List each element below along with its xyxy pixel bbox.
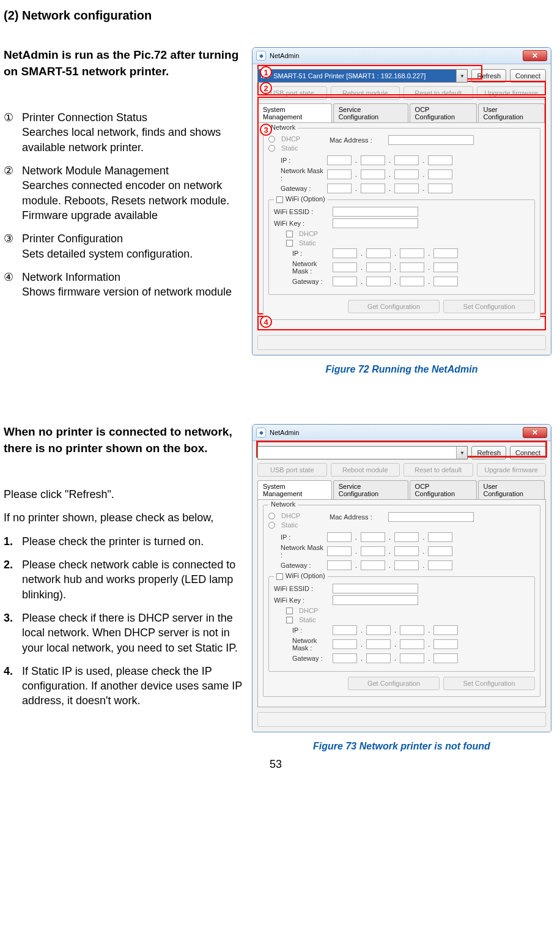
item-num: 2. bbox=[4, 557, 13, 572]
wifi-label: WiFi (Option) bbox=[286, 572, 325, 579]
wifi-checkbox[interactable] bbox=[276, 196, 283, 203]
item-desc: Shows firmware version of network module bbox=[22, 284, 242, 299]
tab-system-management[interactable]: System Management bbox=[257, 480, 332, 499]
window-title: NetAdmin bbox=[270, 429, 299, 436]
wifi-gw-label: Gateway : bbox=[274, 655, 329, 662]
get-configuration-button[interactable]: Get Configuration bbox=[348, 677, 440, 690]
block-2: When no printer is connected to network,… bbox=[4, 424, 548, 752]
figure-caption-73: Figure 73 Network printer is not found bbox=[313, 741, 490, 752]
item-num: 1. bbox=[4, 534, 13, 549]
mask-label: Network Mask : bbox=[268, 167, 323, 182]
item-desc: Please check if there is DHCP server in … bbox=[22, 612, 238, 654]
item-title: Network Module Management bbox=[22, 163, 242, 178]
wifi-ip-label: IP : bbox=[274, 626, 329, 634]
annotation-box-2 bbox=[257, 81, 546, 95]
wifi-essid-input[interactable] bbox=[333, 584, 418, 593]
app-icon: ◆ bbox=[256, 51, 266, 61]
wifi-mask-input[interactable]: ... bbox=[333, 262, 458, 272]
wifi-essid-label: WiFi ESSID : bbox=[274, 208, 329, 215]
wifi-key-label: WiFi Key : bbox=[274, 597, 329, 604]
numbered-list: 1. Please check the printer is turned on… bbox=[4, 534, 242, 708]
wifi-group: WiFi (Option) WiFi ESSID : WiFi Key : DH… bbox=[268, 199, 535, 295]
dhcp-radio[interactable] bbox=[268, 513, 275, 519]
set-configuration-button[interactable]: Set Configuration bbox=[443, 300, 535, 313]
wifi-gw-label: Gateway : bbox=[274, 278, 329, 285]
set-configuration-button[interactable]: Set Configuration bbox=[443, 677, 535, 690]
gw-label: Gateway : bbox=[268, 185, 323, 192]
mask-input[interactable]: ... bbox=[327, 546, 452, 556]
printer-select[interactable]: ▼ bbox=[257, 446, 468, 459]
reset-default-button[interactable]: Reset to default bbox=[403, 463, 473, 477]
wifi-dhcp-checkbox[interactable] bbox=[286, 231, 293, 237]
close-button[interactable]: ✕ bbox=[523, 427, 547, 438]
chevron-down-icon[interactable]: ▼ bbox=[456, 447, 467, 459]
get-configuration-button[interactable]: Get Configuration bbox=[348, 300, 440, 313]
item-desc: Sets detailed system configuration. bbox=[22, 247, 242, 261]
dhcp-label: DHCP bbox=[281, 512, 300, 519]
dhcp-radio[interactable] bbox=[268, 136, 275, 143]
wifi-gw-input[interactable]: ... bbox=[333, 653, 458, 663]
dhcp-label: DHCP bbox=[281, 135, 300, 143]
wifi-essid-input[interactable] bbox=[333, 207, 418, 217]
tab-service-configuration[interactable]: Service Configuration bbox=[333, 480, 408, 499]
upgrade-firmware-button[interactable]: Upgrade firmware bbox=[477, 463, 547, 477]
status-bar bbox=[257, 712, 546, 727]
static-radio[interactable] bbox=[268, 522, 275, 529]
gw-input[interactable]: ... bbox=[327, 560, 452, 570]
item-num: ④ bbox=[4, 270, 13, 284]
item-num: ③ bbox=[4, 231, 13, 246]
wifi-static-label: Static bbox=[299, 239, 316, 247]
reboot-module-button[interactable]: Reboot module bbox=[331, 463, 400, 477]
tab-user-configuration[interactable]: User Configuration bbox=[478, 480, 545, 499]
mask-label: Network Mask : bbox=[268, 544, 323, 559]
wifi-static-checkbox[interactable] bbox=[286, 240, 293, 247]
wifi-mask-input[interactable]: ... bbox=[333, 639, 458, 649]
tab-ocp-configuration[interactable]: OCP Configuration bbox=[410, 480, 477, 499]
mask-input[interactable]: ... bbox=[327, 169, 452, 179]
circled-list: ① Printer Connection Status Searches loc… bbox=[4, 110, 242, 299]
printer-select[interactable]: IDP SMART-51 Card Printer [SMART1 : 192.… bbox=[257, 69, 468, 83]
wifi-group: WiFi (Option) WiFi ESSID : WiFi Key : DH… bbox=[268, 576, 535, 672]
item-num: 4. bbox=[4, 664, 13, 678]
chevron-down-icon[interactable]: ▼ bbox=[456, 70, 467, 82]
gw-input[interactable]: ... bbox=[327, 184, 452, 193]
wifi-ip-label: IP : bbox=[274, 250, 329, 257]
wifi-key-input[interactable] bbox=[333, 595, 418, 605]
window-title: NetAdmin bbox=[270, 52, 299, 59]
wifi-mask-label: Network Mask : bbox=[274, 637, 329, 652]
ip-input[interactable]: ... bbox=[327, 532, 452, 542]
wifi-static-checkbox[interactable] bbox=[286, 617, 293, 623]
list-item: ④ Network Information Shows firmware ver… bbox=[4, 270, 242, 300]
intro-2: When no printer is connected to network,… bbox=[4, 424, 242, 456]
annotation-2: 2 bbox=[260, 82, 272, 94]
network-group: Network DHCP Static Mac Address : IP : . bbox=[263, 128, 540, 320]
netadmin-window: ◆ NetAdmin ✕ ▼ Refresh Connect USB port … bbox=[252, 424, 551, 732]
wifi-dhcp-checkbox[interactable] bbox=[286, 608, 293, 614]
wifi-dhcp-label: DHCP bbox=[299, 230, 318, 237]
item-num: 3. bbox=[4, 611, 13, 625]
mac-input[interactable] bbox=[388, 512, 474, 522]
wifi-gw-input[interactable]: ... bbox=[333, 277, 458, 286]
ip-input[interactable]: ... bbox=[327, 155, 452, 165]
list-item: 1. Please check the printer is turned on… bbox=[4, 534, 242, 549]
wifi-key-input[interactable] bbox=[333, 218, 418, 228]
list-item: ① Printer Connection Status Searches loc… bbox=[4, 110, 242, 155]
ip-label: IP : bbox=[268, 157, 323, 164]
app-icon: ◆ bbox=[256, 428, 266, 437]
list-item: 2. Please check network cable is connect… bbox=[4, 557, 242, 602]
annotation-1: 1 bbox=[260, 66, 272, 78]
wifi-ip-input[interactable]: ... bbox=[333, 248, 458, 258]
close-button[interactable]: ✕ bbox=[523, 50, 547, 61]
mac-input[interactable] bbox=[388, 135, 474, 145]
item-title: Printer Connection Status bbox=[22, 110, 242, 125]
gw-label: Gateway : bbox=[268, 562, 323, 569]
wifi-ip-input[interactable]: ... bbox=[333, 625, 458, 635]
list-item: ③ Printer Configuration Sets detailed sy… bbox=[4, 231, 242, 261]
usb-port-state-button[interactable]: USB port state bbox=[257, 463, 327, 477]
item-desc: Searches local network, finds and shows … bbox=[22, 125, 242, 155]
titlebar: ◆ NetAdmin ✕ bbox=[252, 48, 551, 64]
static-radio[interactable] bbox=[268, 145, 275, 152]
list-item: 4. If Static IP is used, please check th… bbox=[4, 664, 242, 708]
item-title: Network Information bbox=[22, 270, 242, 284]
wifi-checkbox[interactable] bbox=[276, 573, 283, 580]
